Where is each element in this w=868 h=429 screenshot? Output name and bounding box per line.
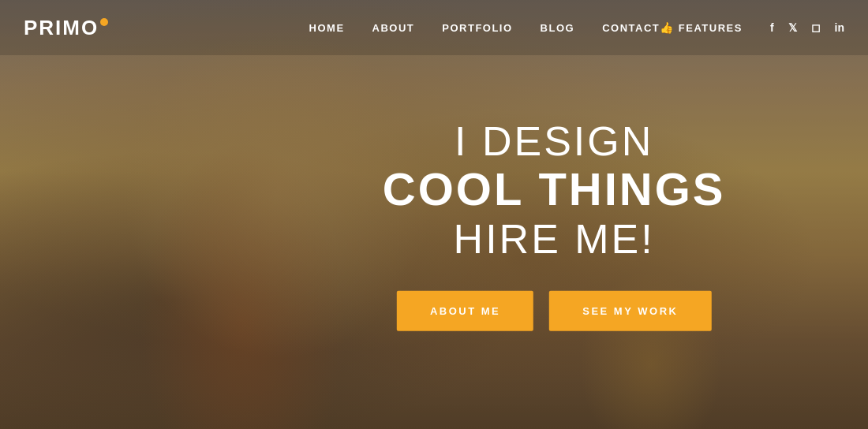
nav-features[interactable]: 👍 FEATURES	[660, 21, 743, 34]
nav-link-home[interactable]: HOME	[309, 22, 345, 34]
nav-item-blog[interactable]: BLOG	[541, 21, 575, 35]
nav-item-home[interactable]: HOME	[309, 21, 345, 35]
hero-line2: COOL THINGS	[383, 164, 726, 214]
nav-link-about[interactable]: ABOUT	[372, 22, 415, 34]
nav-links: HOME ABOUT PORTFOLIO BLOG CONTACT	[309, 21, 660, 35]
nav-item-about[interactable]: ABOUT	[372, 21, 415, 35]
features-label: FEATURES	[679, 22, 743, 34]
thumbs-up-icon: 👍	[660, 21, 675, 34]
social-facebook[interactable]: f	[770, 21, 774, 34]
hero-line1: I DESIGN	[383, 119, 726, 164]
nav-link-contact[interactable]: CONTACT	[602, 22, 660, 34]
logo-text: PRIMO	[24, 16, 99, 40]
social-twitter[interactable]: 𝕏	[788, 21, 797, 34]
social-linkedin[interactable]: in	[835, 21, 844, 34]
hero-content: I DESIGN COOL THINGS HIRE ME! ABOUT ME S…	[383, 119, 726, 331]
nav-link-blog[interactable]: BLOG	[541, 22, 575, 34]
hero-section: PRIMO HOME ABOUT PORTFOLIO BLOG CONTACT …	[0, 0, 868, 429]
social-instagram[interactable]: ◻	[811, 21, 821, 34]
nav-link-portfolio[interactable]: PORTFOLIO	[442, 22, 512, 34]
logo-dot	[100, 18, 108, 26]
hero-line3: HIRE ME!	[383, 214, 726, 263]
logo[interactable]: PRIMO	[24, 16, 108, 40]
navbar: PRIMO HOME ABOUT PORTFOLIO BLOG CONTACT …	[0, 0, 868, 55]
nav-item-contact[interactable]: CONTACT	[602, 21, 660, 35]
nav-item-portfolio[interactable]: PORTFOLIO	[442, 21, 512, 35]
hero-buttons: ABOUT ME SEE MY WORK	[383, 291, 726, 331]
see-my-work-button[interactable]: SEE MY WORK	[549, 291, 711, 331]
about-me-button[interactable]: ABOUT ME	[397, 291, 533, 331]
social-links: f 𝕏 ◻ in	[770, 21, 844, 34]
